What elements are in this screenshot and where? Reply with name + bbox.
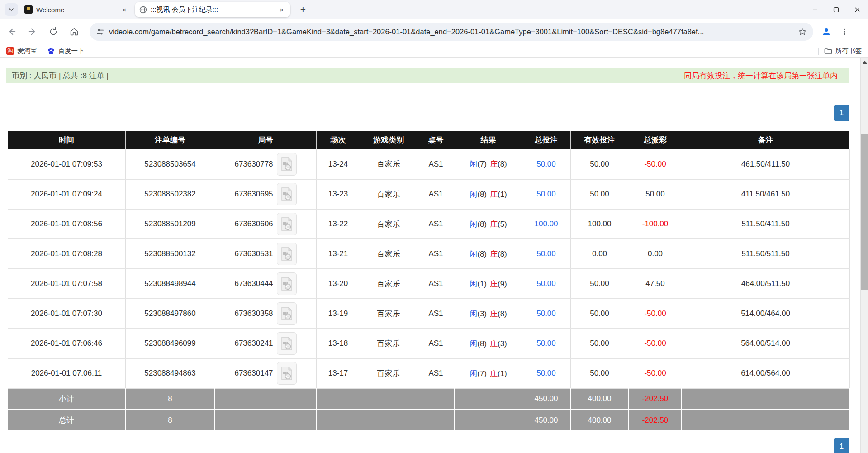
- bookmark-label: 百度一下: [58, 47, 85, 55]
- round-number: 673630778: [234, 160, 273, 169]
- scrollbar-thumb[interactable]: [861, 134, 868, 290]
- video-replay-button[interactable]: [277, 183, 297, 205]
- cell-time: 2026-01-01 07:08:56: [8, 209, 125, 239]
- all-bookmarks-label: 所有书签: [835, 47, 862, 55]
- result-banker-points: (9): [498, 280, 507, 288]
- video-replay-button[interactable]: [277, 243, 297, 265]
- tab-close-icon[interactable]: ×: [278, 5, 286, 14]
- table-row: 2026-01-01 07:07:30 523088497860 6736303…: [8, 299, 849, 329]
- cell-valid-bet: 50.00: [570, 149, 629, 179]
- url-text[interactable]: videoie.com/game/betrecord_search/kind3?…: [109, 28, 793, 36]
- video-replay-button[interactable]: [277, 272, 297, 295]
- reload-button[interactable]: [44, 23, 62, 41]
- close-button[interactable]: [847, 0, 868, 19]
- cell-note: 564.00/514.00: [682, 329, 849, 358]
- profile-avatar[interactable]: [819, 24, 834, 39]
- cell-bet-id: 523088500132: [125, 239, 215, 269]
- total-count: 8: [125, 410, 215, 431]
- bookmark-star-icon[interactable]: [798, 27, 807, 36]
- result-banker-label: 庄: [490, 339, 498, 348]
- cell-payout: 0.00: [629, 239, 682, 269]
- cell-bet-id: 523088503654: [125, 149, 215, 179]
- cell-payout: -50.00: [629, 358, 682, 388]
- maximize-button[interactable]: [825, 0, 847, 19]
- scrollbar-up-arrow[interactable]: [861, 58, 868, 66]
- cell-valid-bet: 50.00: [570, 179, 629, 209]
- new-tab-button[interactable]: +: [297, 3, 309, 16]
- cell-session: 13-21: [316, 239, 360, 269]
- tab-bet-records[interactable]: :::视讯 会员下注纪录::: ×: [135, 2, 290, 17]
- home-button[interactable]: [65, 23, 83, 41]
- bookmark-taobao[interactable]: 淘 爱淘宝: [3, 46, 41, 57]
- forward-arrow-icon: [28, 27, 38, 37]
- header-valid-bet: 有效投注: [570, 131, 629, 149]
- cell-table-no: AS1: [417, 329, 455, 358]
- bookmark-baidu[interactable]: 百度一下: [43, 46, 88, 57]
- cell-time: 2026-01-01 07:06:11: [8, 358, 125, 388]
- cell-total-bet: 50.00: [522, 358, 570, 388]
- table-row: 2026-01-01 07:08:56 523088501209 6736306…: [8, 209, 849, 239]
- cell-round: 673630778: [215, 149, 316, 179]
- video-file-icon: [281, 217, 293, 231]
- total-label: 总计: [8, 410, 125, 431]
- cell-bet-id: 523088496099: [125, 329, 215, 358]
- video-replay-button[interactable]: [277, 213, 297, 235]
- cell-bet-id: 523088497860: [125, 299, 215, 329]
- header-table-no: 桌号: [417, 131, 455, 149]
- result-banker-points: (1): [498, 369, 507, 378]
- cell-time: 2026-01-01 07:08:28: [8, 239, 125, 269]
- cell-payout: -50.00: [629, 149, 682, 179]
- window-controls: [804, 0, 868, 19]
- cell-time: 2026-01-01 07:09:53: [8, 149, 125, 179]
- subtotal-count: 8: [125, 388, 215, 410]
- cell-session: 13-18: [316, 329, 360, 358]
- cell-session: 13-19: [316, 299, 360, 329]
- cell-total-bet: 50.00: [522, 269, 570, 299]
- result-banker-points: (8): [498, 310, 507, 318]
- pagination-bottom-page-1[interactable]: 1: [834, 438, 849, 453]
- cell-session: 13-23: [316, 179, 360, 209]
- baidu-paw-icon: [47, 47, 55, 55]
- cell-bet-id: 523088494863: [125, 358, 215, 388]
- header-payout: 总派彩: [629, 131, 682, 149]
- all-bookmarks-button[interactable]: 所有书签: [824, 47, 868, 55]
- video-replay-button[interactable]: [277, 362, 297, 385]
- back-button[interactable]: [3, 23, 21, 41]
- tab-search-button[interactable]: [5, 3, 18, 16]
- result-player-label: 闲: [470, 220, 477, 229]
- forward-button[interactable]: [24, 23, 42, 41]
- reload-icon: [48, 27, 58, 37]
- result-player-label: 闲: [470, 369, 477, 378]
- url-bar[interactable]: videoie.com/game/betrecord_search/kind3?…: [90, 23, 813, 41]
- tab-title: Welcome: [36, 6, 117, 14]
- cell-table-no: AS1: [417, 179, 455, 209]
- video-replay-button[interactable]: [277, 153, 297, 176]
- round-number: 673630241: [234, 339, 273, 348]
- video-file-icon: [281, 187, 293, 201]
- video-file-icon: [281, 366, 293, 381]
- pagination-page-1[interactable]: 1: [834, 105, 849, 121]
- subtotal-label: 小计: [8, 388, 125, 410]
- cell-result: 闲(8)庄(3): [455, 329, 522, 358]
- folder-icon: [824, 48, 832, 55]
- tab-welcome[interactable]: Welcome ×: [20, 2, 133, 17]
- video-replay-button[interactable]: [277, 332, 297, 355]
- cell-bet-id: 523088501209: [125, 209, 215, 239]
- tab-close-icon[interactable]: ×: [120, 5, 128, 14]
- minimize-button[interactable]: [804, 0, 825, 19]
- cell-table-no: AS1: [417, 209, 455, 239]
- cell-total-bet: 50.00: [522, 149, 570, 179]
- cell-payout: 50.00: [629, 179, 682, 209]
- cell-round: 673630444: [215, 269, 316, 299]
- cell-result: 闲(3)庄(8): [455, 299, 522, 329]
- cell-valid-bet: 50.00: [570, 329, 629, 358]
- round-number: 673630531: [234, 249, 273, 258]
- vertical-scrollbar[interactable]: [860, 58, 868, 453]
- browser-menu-button[interactable]: [837, 24, 852, 39]
- bookmark-label: 爱淘宝: [17, 47, 37, 55]
- cell-round: 673630695: [215, 179, 316, 209]
- cell-note: 514.00/464.00: [682, 299, 849, 329]
- site-settings-icon: [96, 28, 104, 36]
- cell-note: 614.00/564.00: [682, 358, 849, 388]
- video-replay-button[interactable]: [277, 302, 297, 325]
